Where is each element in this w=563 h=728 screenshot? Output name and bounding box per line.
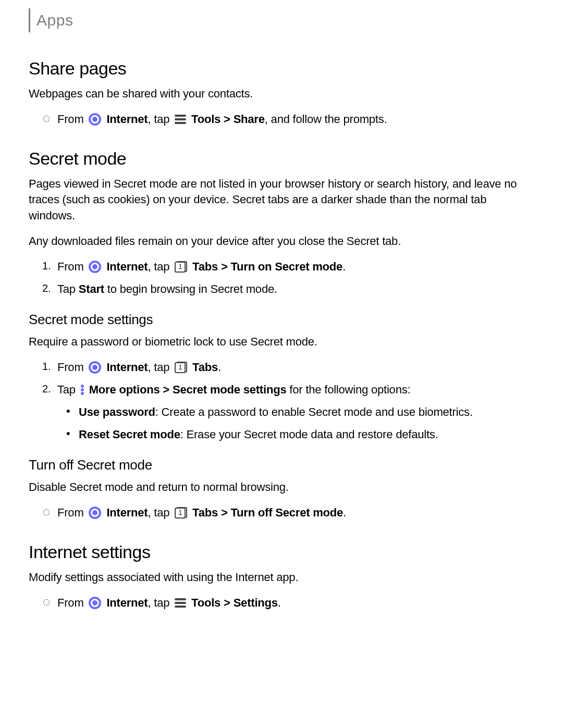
action-settings: Settings [234, 596, 278, 609]
app-name: Internet [106, 260, 148, 273]
text: : Erase your Secret mode data and restor… [180, 428, 438, 441]
sep: > [218, 506, 230, 519]
tabs-icon: 1 [175, 507, 187, 519]
internet-icon [89, 597, 101, 609]
secret-mode-settings-step2: 2. Tap More options > Secret mode settin… [29, 382, 534, 398]
sep: > [218, 260, 230, 273]
menu-tabs: Tabs [192, 260, 218, 273]
text: . [278, 596, 281, 609]
tools-icon [175, 598, 186, 608]
header-title: Apps [36, 11, 73, 29]
secret-mode-option-use-password: Use password: Create a password to enabl… [29, 404, 534, 421]
secret-mode-settings-heading: Secret mode settings [29, 312, 534, 328]
text: , tap [148, 361, 173, 374]
secret-mode-step1: 1. From Internet, tap 1 Tabs > Turn on S… [29, 259, 534, 275]
more-options-icon [81, 385, 84, 395]
step-number: 1. [42, 361, 51, 373]
menu-tools: Tools [191, 596, 221, 609]
sep: > [221, 113, 233, 126]
menu-tabs: Tabs [192, 506, 218, 519]
secret-mode-heading: Secret mode [29, 149, 534, 169]
text: From [57, 506, 87, 519]
secret-mode-p1: Pages viewed in Secret mode are not list… [29, 176, 534, 224]
sep: > [221, 596, 233, 609]
action-turn-on: Turn on Secret mode [231, 260, 343, 273]
internet-icon [89, 507, 101, 519]
turn-off-secret-intro: Disable Secret mode and return to normal… [29, 479, 534, 496]
option-label: Reset Secret mode [79, 428, 180, 441]
text: , tap [148, 260, 173, 273]
text: , tap [148, 113, 173, 126]
action-secret-settings: Secret mode settings [173, 383, 287, 396]
text: From [57, 596, 87, 609]
internet-settings-heading: Internet settings [29, 542, 534, 562]
secret-mode-step2: 2. Tap Start to begin browsing in Secret… [29, 281, 534, 298]
text: Tap [57, 383, 79, 396]
step-number: 1. [42, 260, 51, 272]
menu-tabs: Tabs [192, 361, 218, 374]
turn-off-secret-heading: Turn off Secret mode [29, 457, 534, 473]
text: . [342, 260, 346, 273]
page-content: Apps Share pages Webpages can be shared … [0, 0, 563, 728]
app-name: Internet [106, 113, 148, 126]
internet-settings-step: From Internet, tap Tools > Settings. [29, 595, 534, 611]
text: From [57, 361, 87, 374]
turn-off-secret-step: From Internet, tap 1 Tabs > Turn off Sec… [29, 505, 534, 521]
app-name: Internet [106, 506, 148, 519]
secret-mode-settings-step1: 1. From Internet, tap 1 Tabs. [29, 360, 534, 376]
menu-more: More options [89, 383, 160, 396]
share-pages-intro: Webpages can be shared with your contact… [29, 86, 534, 102]
step-number: 2. [42, 282, 51, 294]
text: , tap [148, 596, 173, 609]
step-number: 2. [42, 383, 51, 395]
internet-icon [89, 113, 101, 126]
secret-mode-option-reset: Reset Secret mode: Erase your Secret mod… [29, 427, 534, 443]
app-name: Internet [106, 596, 148, 609]
action-turn-off: Turn off Secret mode [231, 506, 344, 519]
secret-mode-settings-intro: Require a password or biometric lock to … [29, 334, 534, 350]
internet-settings-intro: Modify settings associated with using th… [29, 570, 534, 586]
tools-icon [175, 115, 186, 124]
text: From [57, 113, 87, 126]
secret-mode-p2: Any downloaded files remain on your devi… [29, 233, 534, 250]
text: : Create a password to enable Secret mod… [155, 405, 473, 418]
action-share: Share [234, 113, 265, 126]
tabs-icon: 1 [175, 261, 187, 273]
text: , tap [148, 506, 173, 519]
text: . [218, 361, 221, 374]
text: to begin browsing in Secret mode. [104, 282, 277, 295]
sep: > [160, 383, 172, 396]
internet-icon [89, 261, 101, 273]
text: Tap [57, 282, 79, 295]
internet-icon [89, 361, 101, 374]
page-header: Apps [29, 0, 534, 32]
tabs-icon: 1 [175, 362, 187, 373]
text: . [343, 506, 346, 519]
header-accent-bar [29, 8, 30, 32]
option-label: Use password [79, 405, 155, 418]
share-pages-step: From Internet, tap Tools > Share, and fo… [29, 112, 534, 128]
action-start: Start [79, 282, 104, 295]
share-pages-heading: Share pages [29, 58, 534, 79]
text: From [57, 260, 87, 273]
menu-tools: Tools [191, 113, 221, 126]
text: for the following options: [286, 383, 410, 396]
app-name: Internet [106, 361, 148, 374]
text: , and follow the prompts. [265, 113, 387, 126]
